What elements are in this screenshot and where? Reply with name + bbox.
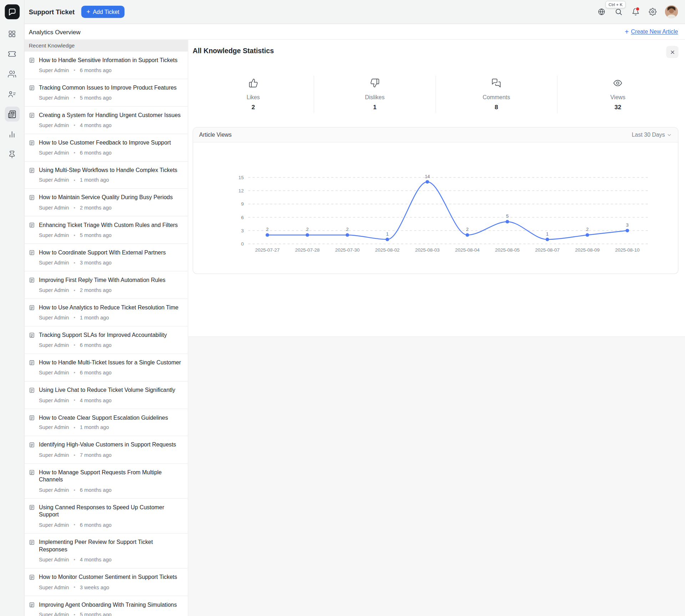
article-title: How to Handle Multi-Ticket Issues for a … (39, 359, 181, 367)
article-body: Using Canned Responses to Speed Up Custo… (39, 504, 182, 528)
article-icon (29, 112, 35, 118)
article-icon (29, 304, 35, 310)
article-meta: Super Admin 6 months ago (39, 342, 167, 348)
knowledge-article-item[interactable]: Implementing Peer Review for Support Tic… (25, 533, 188, 568)
settings-button[interactable] (646, 5, 660, 19)
meta-separator-dot (74, 152, 75, 153)
meta-separator-dot (74, 125, 75, 126)
avatar[interactable] (665, 5, 678, 19)
sidebar-item-tickets[interactable] (5, 46, 20, 61)
article-body: How to Use Analytics to Reduce Ticket Re… (39, 304, 178, 320)
article-time: 4 months ago (80, 557, 112, 563)
chat-bubble-icon (7, 7, 16, 16)
meta-separator-dot (74, 399, 75, 401)
article-author: Super Admin (39, 95, 69, 101)
y-tick-label: 0 (241, 241, 244, 247)
article-body: Identifying High-Value Customers in Supp… (39, 441, 176, 458)
knowledge-article-item[interactable]: How to Use Analytics to Reduce Ticket Re… (25, 298, 188, 326)
sidebar-item-knowledge-base[interactable] (5, 107, 20, 122)
date-range-select[interactable]: Last 30 Days (632, 132, 672, 138)
knowledge-article-item[interactable]: Tracking Support SLAs for Improved Accou… (25, 326, 188, 353)
sidebar-item-customers[interactable] (5, 66, 20, 81)
close-button[interactable] (666, 46, 678, 58)
chart-point[interactable] (506, 220, 509, 223)
notifications-button[interactable] (629, 5, 643, 19)
article-time: 7 months ago (80, 452, 112, 458)
article-title: How to Use Customer Feedback to Improve … (39, 139, 171, 147)
sidebar-item-pinned[interactable] (5, 147, 20, 162)
top-header: Support Ticket + Add Ticket Ctrl + K (25, 0, 685, 24)
sidebar-item-agents[interactable] (5, 86, 20, 101)
article-time: 3 months ago (80, 260, 112, 266)
article-icon (29, 574, 35, 580)
knowledge-article-item[interactable]: How to Monitor Customer Sentiment in Sup… (25, 568, 188, 595)
stat-label: Views (610, 94, 625, 100)
stat-label: Likes (247, 94, 260, 100)
chart-point[interactable] (346, 233, 349, 237)
stat-comments: Comments 8 (435, 76, 557, 113)
article-title: Enhancing Ticket Triage With Custom Rule… (39, 222, 178, 229)
chart-body: 036912152025-07-272025-07-282025-07-3020… (193, 142, 678, 273)
knowledge-article-item[interactable]: Enhancing Ticket Triage With Custom Rule… (25, 216, 188, 243)
article-author: Super Admin (39, 522, 69, 528)
thumbs-down-icon (370, 78, 380, 88)
globe-icon (598, 8, 605, 16)
knowledge-article-item[interactable]: Identifying High-Value Customers in Supp… (25, 436, 188, 463)
article-meta: Super Admin 6 months ago (39, 67, 177, 73)
article-body: How to Use Customer Feedback to Improve … (39, 139, 171, 156)
create-new-article-label: Create New Article (631, 29, 678, 35)
article-time: 1 month ago (80, 315, 109, 321)
knowledge-article-item[interactable]: Using Canned Responses to Speed Up Custo… (25, 498, 188, 533)
knowledge-article-item[interactable]: Using Multi-Step Workflows to Handle Com… (25, 161, 188, 188)
knowledge-article-item[interactable]: Creating a System for Handling Urgent Cu… (25, 106, 188, 133)
knowledge-article-item[interactable]: Improving Agent Onboarding With Training… (25, 595, 188, 616)
knowledge-article-item[interactable]: How to Create Clear Support Escalation G… (25, 408, 188, 436)
article-icon (29, 140, 35, 146)
article-author: Super Admin (39, 584, 69, 590)
chart-point[interactable] (466, 233, 469, 237)
meta-separator-dot (74, 317, 75, 318)
chart-point[interactable] (306, 233, 309, 237)
article-time: 4 months ago (80, 122, 112, 128)
article-meta: Super Admin 6 months ago (39, 150, 171, 156)
chart-point[interactable] (386, 238, 389, 241)
article-title: How to Maintain Service Quality During B… (39, 194, 173, 202)
article-views-chart: 036912152025-07-272025-07-282025-07-3020… (193, 147, 678, 258)
knowledge-article-item[interactable]: How to Handle Multi-Ticket Issues for a … (25, 353, 188, 381)
knowledge-article-item[interactable]: How to Use Customer Feedback to Improve … (25, 133, 188, 161)
chart-point[interactable] (426, 180, 429, 184)
meta-separator-dot (74, 180, 75, 181)
point-value-label: 14 (425, 174, 430, 179)
knowledge-article-item[interactable]: How to Manage Support Requests From Mult… (25, 463, 188, 498)
knowledge-article-item[interactable]: How to Handle Sensitive Information in S… (25, 51, 188, 79)
chart-point[interactable] (546, 238, 549, 241)
knowledge-article-item[interactable]: How to Coordinate Support With External … (25, 243, 188, 271)
chart-point[interactable] (585, 233, 589, 237)
comment-icon (492, 78, 501, 88)
article-body: Tracking Common Issues to Improve Produc… (39, 84, 177, 101)
article-icon (29, 249, 35, 256)
knowledge-article-item[interactable]: How to Maintain Service Quality During B… (25, 188, 188, 216)
article-icon (29, 85, 35, 91)
create-new-article-link[interactable]: + Create New Article (625, 28, 678, 35)
modal-title: All Knowledge Statistics (193, 46, 274, 55)
chart-point[interactable] (265, 233, 269, 237)
app-logo[interactable] (5, 4, 20, 19)
add-ticket-button[interactable]: + Add Ticket (81, 6, 125, 18)
article-time: 4 months ago (80, 397, 112, 403)
article-title: Implementing Peer Review for Support Tic… (39, 539, 182, 554)
knowledge-article-item[interactable]: Using Live Chat to Reduce Ticket Volume … (25, 381, 188, 408)
x-tick-label: 2025-08-04 (455, 247, 480, 253)
sidebar-item-dashboard[interactable] (5, 26, 20, 41)
stat-value: 2 (252, 103, 255, 111)
knowledge-article-item[interactable]: Tracking Common Issues to Improve Produc… (25, 79, 188, 106)
article-icon (29, 539, 35, 545)
sidebar-item-analytics[interactable] (5, 127, 20, 142)
knowledge-article-item[interactable]: Improving First Reply Time With Automati… (25, 271, 188, 298)
y-tick-label: 3 (241, 228, 244, 233)
chart-point[interactable] (625, 229, 629, 232)
article-body: How to Maintain Service Quality During B… (39, 194, 173, 211)
article-meta: Super Admin 4 months ago (39, 397, 175, 403)
article-icon (29, 470, 35, 476)
article-meta: Super Admin 1 month ago (39, 177, 177, 183)
